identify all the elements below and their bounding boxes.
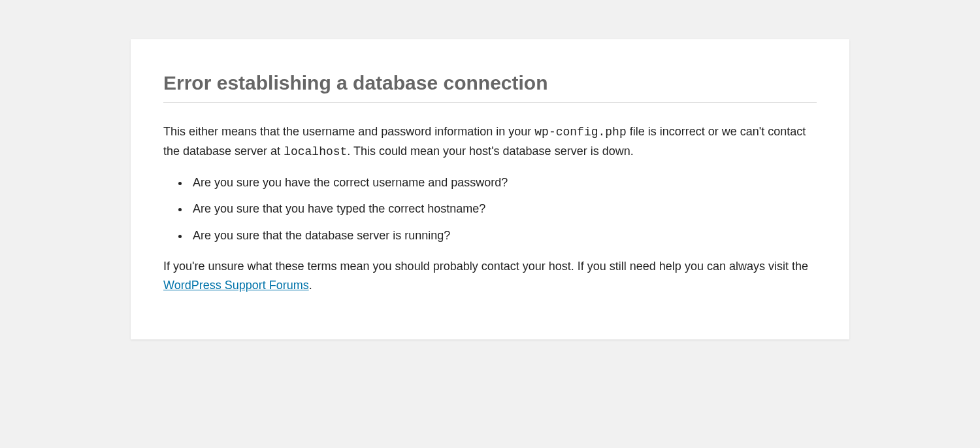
help-text-1: If you're unsure what these terms mean y… (163, 260, 808, 273)
help-text-2: . (309, 279, 312, 292)
list-item: Are you sure that the database server is… (189, 226, 817, 245)
hostname-code: localhost (284, 145, 347, 158)
list-item: Are you sure you have the correct userna… (189, 173, 817, 192)
error-heading: Error establishing a database connection (163, 59, 817, 103)
support-forums-link[interactable]: WordPress Support Forums (163, 279, 309, 292)
error-description: This either means that the username and … (163, 122, 817, 162)
config-file-code: wp-config.php (534, 126, 626, 139)
desc-text-3: . This could mean your host's database s… (347, 145, 633, 158)
error-page-container: Error establishing a database connection… (131, 39, 849, 339)
desc-text-1: This either means that the username and … (163, 125, 534, 138)
list-item: Are you sure that you have typed the cor… (189, 199, 817, 218)
help-paragraph: If you're unsure what these terms mean y… (163, 257, 817, 295)
troubleshoot-list: Are you sure you have the correct userna… (189, 173, 817, 245)
